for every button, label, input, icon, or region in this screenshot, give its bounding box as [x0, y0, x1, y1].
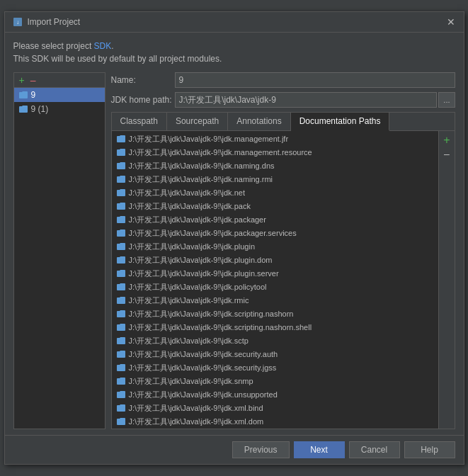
- dialog-body: Please select project SDK. This SDK will…: [5, 33, 464, 435]
- previous-button[interactable]: Previous: [232, 441, 290, 458]
- file-path: J:\开发工具\jdk\Java\jdk-9!\jdk.xml.bind: [129, 403, 263, 414]
- file-item[interactable]: J:\开发工具\jdk\Java\jdk-9!\jdk.management.j…: [112, 132, 439, 146]
- title-bar-left: ↓ Import Project: [12, 16, 81, 28]
- file-folder-icon: [116, 162, 126, 171]
- file-path: J:\开发工具\jdk\Java\jdk-9!\jdk.snmp: [129, 376, 253, 387]
- jdk-path-field-row: JDK home path: ...: [111, 92, 455, 108]
- tab-annotations[interactable]: Annotations: [228, 113, 290, 130]
- tabs-bar: Classpath Sourcepath Annotations Documen…: [112, 113, 455, 131]
- tab-content: J:\开发工具\jdk\Java\jdk-9!\jdk.management.j…: [112, 131, 455, 429]
- browse-button[interactable]: ...: [438, 92, 455, 108]
- file-folder-icon: [116, 242, 126, 252]
- name-field-row: Name:: [111, 72, 455, 88]
- file-item[interactable]: J:\开发工具\jdk\Java\jdk-9!\jdk.naming.dns: [112, 159, 439, 173]
- file-path: J:\开发工具\jdk\Java\jdk-9!\jdk.xml.dom: [129, 416, 264, 427]
- file-path: J:\开发工具\jdk\Java\jdk-9!\jdk.management.j…: [129, 134, 289, 144]
- tab-sourcepath[interactable]: Sourcepath: [167, 113, 228, 130]
- title-bar: ↓ Import Project ✕: [5, 12, 464, 33]
- file-list[interactable]: J:\开发工具\jdk\Java\jdk-9!\jdk.management.j…: [112, 131, 439, 429]
- dialog-footer: Previous Next Cancel Help: [5, 435, 464, 464]
- next-button[interactable]: Next: [294, 441, 345, 458]
- file-item[interactable]: J:\开发工具\jdk\Java\jdk-9!\jdk.management.r…: [112, 146, 439, 159]
- import-project-dialog: ↓ Import Project ✕ Please select project…: [4, 11, 464, 465]
- file-item[interactable]: J:\开发工具\jdk\Java\jdk-9!\jdk.sctp: [112, 334, 439, 348]
- file-path: J:\开发工具\jdk\Java\jdk-9!\jdk.packager: [129, 215, 266, 225]
- name-input[interactable]: [175, 72, 455, 88]
- sdk-link[interactable]: SDK: [94, 41, 112, 51]
- file-path: J:\开发工具\jdk\Java\jdk-9!\jdk.scripting.na…: [129, 322, 312, 333]
- file-item[interactable]: J:\开发工具\jdk\Java\jdk-9!\jdk.naming.rmi: [112, 173, 439, 186]
- sdk-list-toolbar: + –: [14, 73, 105, 88]
- tab-classpath[interactable]: Classpath: [112, 113, 167, 130]
- file-folder-icon: [116, 256, 126, 266]
- help-button[interactable]: Help: [404, 441, 455, 458]
- add-sdk-button[interactable]: +: [17, 74, 27, 86]
- file-item[interactable]: J:\开发工具\jdk\Java\jdk-9!\jdk.plugin.serve…: [112, 267, 439, 280]
- file-folder-icon: [116, 269, 126, 279]
- file-path: J:\开发工具\jdk\Java\jdk-9!\jdk.packager.ser…: [129, 228, 297, 239]
- file-path: J:\开发工具\jdk\Java\jdk-9!\jdk.naming.dns: [129, 161, 275, 171]
- sdk-item-9[interactable]: 9: [14, 88, 105, 102]
- file-path: J:\开发工具\jdk\Java\jdk-9!\jdk.plugin.dom: [129, 255, 273, 266]
- side-buttons: + –: [438, 131, 454, 429]
- add-file-button[interactable]: +: [440, 134, 452, 147]
- content-area: + – 9 9: [13, 72, 455, 429]
- file-path: J:\开发工具\jdk\Java\jdk-9!\jdk.pack: [129, 201, 251, 212]
- dialog-title: Import Project: [28, 17, 81, 27]
- file-folder-icon: [116, 148, 126, 158]
- file-path: J:\开发工具\jdk\Java\jdk-9!\jdk.security.jgs…: [129, 363, 277, 373]
- remove-file-button[interactable]: –: [440, 148, 452, 159]
- file-item[interactable]: J:\开发工具\jdk\Java\jdk-9!\jdk.packager: [112, 213, 439, 227]
- file-path: J:\开发工具\jdk\Java\jdk-9!\jdk.unsupported: [129, 390, 278, 400]
- file-item[interactable]: J:\开发工具\jdk\Java\jdk-9!\jdk.rmic: [112, 294, 439, 307]
- file-path: J:\开发工具\jdk\Java\jdk-9!\jdk.policytool: [129, 282, 267, 293]
- file-path: J:\开发工具\jdk\Java\jdk-9!\jdk.plugin.serve…: [129, 268, 279, 279]
- file-item[interactable]: J:\开发工具\jdk\Java\jdk-9!\jdk.snmp: [112, 375, 439, 388]
- file-item[interactable]: J:\开发工具\jdk\Java\jdk-9!\jdk.plugin: [112, 240, 439, 254]
- file-folder-icon: [116, 202, 126, 212]
- description-line2: This SDK will be used by default by all …: [13, 52, 455, 65]
- file-item[interactable]: J:\开发工具\jdk\Java\jdk-9!\jdk.scripting.na…: [112, 321, 439, 334]
- file-item[interactable]: J:\开发工具\jdk\Java\jdk-9!\jdk.security.jgs…: [112, 361, 439, 375]
- file-folder-icon: [116, 229, 126, 239]
- file-path: J:\开发工具\jdk\Java\jdk-9!\jdk.naming.rmi: [129, 174, 273, 185]
- file-path: J:\开发工具\jdk\Java\jdk-9!\jdk.sctp: [129, 336, 249, 346]
- sdk-item-9-1[interactable]: 9 (1): [14, 102, 105, 116]
- file-item[interactable]: J:\开发工具\jdk\Java\jdk-9!\jdk.xml.bind: [112, 402, 439, 415]
- file-item[interactable]: J:\开发工具\jdk\Java\jdk-9!\jdk.unsupported: [112, 388, 439, 402]
- jdk-path-label: JDK home path:: [111, 95, 175, 105]
- close-button[interactable]: ✕: [445, 17, 457, 27]
- folder-icon-9-1: [18, 105, 28, 113]
- tab-documentation[interactable]: Documentation Paths: [291, 113, 390, 131]
- file-folder-icon: [116, 417, 126, 427]
- file-folder-icon: [116, 296, 126, 306]
- folder-icon-9: [18, 91, 28, 99]
- file-folder-icon: [116, 390, 126, 400]
- description-line1: Please select project SDK.: [13, 40, 455, 52]
- file-path: J:\开发工具\jdk\Java\jdk-9!\jdk.plugin: [129, 242, 256, 252]
- file-item[interactable]: J:\开发工具\jdk\Java\jdk-9!\jdk.policytool: [112, 280, 439, 294]
- sdk-list: + – 9 9: [13, 72, 105, 429]
- file-item[interactable]: J:\开发工具\jdk\Java\jdk-9!\jdk.plugin.dom: [112, 254, 439, 267]
- file-item[interactable]: J:\开发工具\jdk\Java\jdk-9!\jdk.pack: [112, 200, 439, 213]
- file-item[interactable]: J:\开发工具\jdk\Java\jdk-9!\jdk.packager.ser…: [112, 227, 439, 240]
- file-path: J:\开发工具\jdk\Java\jdk-9!\jdk.security.aut…: [129, 349, 278, 360]
- file-item[interactable]: J:\开发工具\jdk\Java\jdk-9!\jdk.security.aut…: [112, 348, 439, 361]
- file-item[interactable]: J:\开发工具\jdk\Java\jdk-9!\jdk.xml.dom: [112, 415, 439, 429]
- file-folder-icon: [116, 323, 126, 333]
- cancel-button[interactable]: Cancel: [349, 441, 400, 458]
- file-path: J:\开发工具\jdk\Java\jdk-9!\jdk.scripting.na…: [129, 309, 294, 319]
- file-folder-icon: [116, 188, 126, 198]
- file-folder-icon: [116, 377, 126, 387]
- file-folder-icon: [116, 175, 126, 185]
- file-folder-icon: [116, 363, 126, 373]
- svg-text:↓: ↓: [16, 19, 19, 26]
- sdk-item-9-label: 9: [31, 90, 36, 100]
- file-item[interactable]: J:\开发工具\jdk\Java\jdk-9!\jdk.scripting.na…: [112, 307, 439, 321]
- file-folder-icon: [116, 310, 126, 319]
- file-item[interactable]: J:\开发工具\jdk\Java\jdk-9!\jdk.net: [112, 186, 439, 200]
- jdk-path-input[interactable]: [175, 92, 438, 108]
- remove-sdk-button[interactable]: –: [28, 74, 38, 86]
- file-folder-icon: [116, 135, 126, 144]
- tabs-container: Classpath Sourcepath Annotations Documen…: [111, 112, 455, 429]
